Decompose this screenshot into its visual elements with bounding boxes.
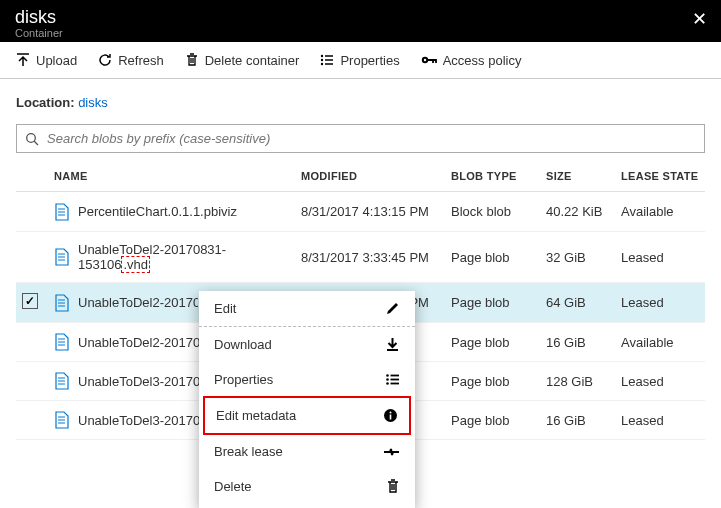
ctx-break-lease[interactable]: Break lease — [199, 434, 415, 469]
row-checkbox[interactable] — [22, 293, 38, 309]
upload-icon — [15, 52, 31, 68]
access-policy-label: Access policy — [443, 53, 522, 68]
svg-point-32 — [386, 382, 389, 385]
upload-label: Upload — [36, 53, 77, 68]
cell-size: 128 GiB — [540, 362, 615, 401]
cell-lease: Leased — [615, 232, 705, 283]
properties-label: Properties — [340, 53, 399, 68]
trash-icon — [184, 52, 200, 68]
context-menu: Edit Download Properties Edit metadata B… — [199, 291, 415, 508]
blob-name: PercentileChart.0.1.1.pbiviz — [78, 204, 237, 219]
delete-container-label: Delete container — [205, 53, 300, 68]
ctx-delete[interactable]: Delete — [199, 469, 415, 504]
svg-point-30 — [386, 374, 389, 377]
properties-icon — [319, 52, 335, 68]
cell-lease: Available — [615, 192, 705, 232]
window-header: disks Container ✕ — [0, 0, 721, 42]
cell-modified: 8/31/2017 3:33:45 PM — [295, 232, 445, 283]
svg-rect-38 — [390, 415, 392, 420]
search-input[interactable] — [47, 131, 696, 146]
cell-type: Page blob — [445, 232, 540, 283]
col-modified[interactable]: MODIFIED — [295, 161, 445, 192]
blob-name: UnableToDel2-20170 — [78, 335, 200, 350]
file-icon — [54, 203, 70, 221]
cell-type: Page blob — [445, 283, 540, 323]
ctx-edit-metadata[interactable]: Edit metadata — [203, 396, 411, 435]
breadcrumb: Location: disks — [16, 95, 705, 110]
cell-size: 32 GiB — [540, 232, 615, 283]
col-name[interactable]: NAME — [48, 161, 295, 192]
cell-type: Page blob — [445, 362, 540, 401]
close-icon[interactable]: ✕ — [692, 8, 707, 30]
cell-lease: Leased — [615, 283, 705, 323]
cell-lease: Leased — [615, 401, 705, 440]
svg-line-10 — [34, 141, 38, 145]
blob-name-ext-highlight: .vhd — [121, 256, 150, 273]
file-icon — [54, 294, 70, 312]
file-icon — [54, 411, 70, 429]
svg-point-8 — [423, 59, 425, 61]
ctx-breaklease-label: Break lease — [214, 444, 283, 459]
cell-type: Page blob — [445, 401, 540, 440]
pencil-icon — [385, 301, 400, 316]
cell-size: 16 GiB — [540, 323, 615, 362]
table-header-row: NAME MODIFIED BLOB TYPE SIZE LEASE STATE — [16, 161, 705, 192]
svg-point-37 — [390, 412, 392, 414]
blob-name: UnableToDel3-20170 — [78, 413, 200, 428]
table-row[interactable]: UnableToDel2-20170831-153106.vhd 8/31/20… — [16, 232, 705, 283]
cell-size: 40.22 KiB — [540, 192, 615, 232]
ctx-edit[interactable]: Edit — [199, 291, 415, 327]
cell-type: Page blob — [445, 323, 540, 362]
cell-type: Block blob — [445, 192, 540, 232]
ctx-properties-label: Properties — [214, 372, 273, 387]
file-icon — [54, 372, 70, 390]
svg-point-3 — [321, 63, 323, 65]
page-title: disks — [15, 8, 706, 26]
ctx-download[interactable]: Download — [199, 327, 415, 362]
svg-point-1 — [321, 55, 323, 57]
break-icon — [383, 446, 400, 458]
location-label: Location: — [16, 95, 75, 110]
cell-lease: Available — [615, 323, 705, 362]
search-input-wrap[interactable] — [16, 124, 705, 153]
list-icon — [385, 372, 400, 387]
cell-size: 64 GiB — [540, 283, 615, 323]
download-icon — [385, 337, 400, 352]
refresh-button[interactable]: Refresh — [97, 52, 164, 68]
svg-point-9 — [27, 133, 36, 142]
ctx-metadata-label: Edit metadata — [216, 408, 296, 423]
refresh-label: Refresh — [118, 53, 164, 68]
blob-name: UnableToDel3-20170 — [78, 374, 200, 389]
search-icon — [25, 132, 39, 146]
ctx-delete-label: Delete — [214, 479, 252, 494]
page-subtitle: Container — [15, 27, 706, 39]
blob-name: UnableToDel2-20170831-153106 — [78, 242, 226, 272]
ctx-properties[interactable]: Properties — [199, 362, 415, 397]
location-link[interactable]: disks — [78, 95, 108, 110]
key-icon — [420, 52, 438, 68]
refresh-icon — [97, 52, 113, 68]
ctx-download-label: Download — [214, 337, 272, 352]
delete-container-button[interactable]: Delete container — [184, 52, 300, 68]
upload-button[interactable]: Upload — [15, 52, 77, 68]
cell-modified: 8/31/2017 4:13:15 PM — [295, 192, 445, 232]
file-icon — [54, 333, 70, 351]
table-row[interactable]: PercentileChart.0.1.1.pbiviz 8/31/2017 4… — [16, 192, 705, 232]
properties-button[interactable]: Properties — [319, 52, 399, 68]
blob-name: UnableToDel2-20170831-153253.vhd — [78, 295, 198, 310]
col-lease[interactable]: LEASE STATE — [615, 161, 705, 192]
trash-icon — [386, 479, 400, 494]
col-blobtype[interactable]: BLOB TYPE — [445, 161, 540, 192]
ctx-edit-label: Edit — [214, 301, 236, 316]
col-size[interactable]: SIZE — [540, 161, 615, 192]
cell-lease: Leased — [615, 362, 705, 401]
svg-point-31 — [386, 378, 389, 381]
cell-size: 16 GiB — [540, 401, 615, 440]
svg-point-2 — [321, 59, 323, 61]
toolbar: Upload Refresh Delete container Properti… — [0, 42, 721, 79]
info-icon — [383, 408, 398, 423]
file-icon — [54, 248, 70, 266]
access-policy-button[interactable]: Access policy — [420, 52, 522, 68]
